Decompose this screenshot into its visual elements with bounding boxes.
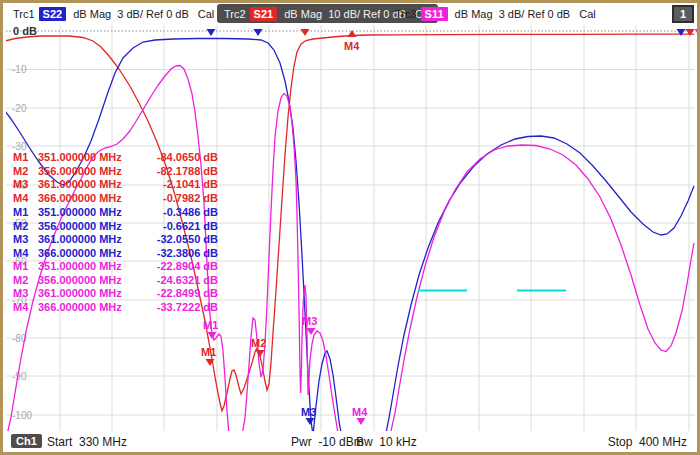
marker-readout-cell: 361.000000 MHz [38, 233, 150, 247]
marker-readout-row: M2356.000000 MHz-24.6321 dB [13, 274, 218, 288]
marker-readout-cell: 351.000000 MHz [38, 206, 150, 220]
marker-readout-cell: M1 [13, 260, 38, 274]
marker-readout-cell: -22.8904 dB [150, 260, 218, 274]
marker-label-m2[interactable]: M2 [251, 337, 266, 349]
marker-readout-row: M1351.000000 MHz-22.8904 dB [13, 260, 218, 274]
marker-label-m1[interactable]: M1 [203, 319, 218, 331]
marker-readout-cell: M1 [13, 151, 38, 165]
y-axis-tick-label: -30 [12, 141, 27, 152]
marker-readout-cell: M4 [13, 247, 38, 261]
marker-readout-cell: -33.7222 dB [150, 301, 218, 315]
marker-readout-cell: M2 [13, 165, 38, 179]
marker-readout-row: M4366.000000 MHz-33.7222 dB [13, 301, 218, 315]
marker-readout-row: M1351.000000 MHz-0.3486 dB [13, 206, 218, 220]
marker-label-m3[interactable]: M3 [301, 406, 316, 418]
marker-readout-cell: 361.000000 MHz [38, 178, 150, 192]
marker-readout-cell: 366.000000 MHz [38, 301, 150, 315]
marker-readout-cell: M3 [13, 287, 38, 301]
marker-readout-cell: M2 [13, 274, 38, 288]
y-axis-tick-label: -10 [12, 64, 27, 75]
vna-screen: Trc1S22 dB Mag 3 dB/ Ref 0 dBCal Trc2S21… [0, 0, 700, 455]
marker-triangle-m2[interactable] [256, 350, 265, 357]
marker-readout-cell: 366.000000 MHz [38, 247, 150, 261]
marker-triangle[interactable] [695, 29, 700, 36]
marker-readout-s22: M1351.000000 MHz-0.3486 dBM2356.000000 M… [13, 206, 218, 260]
y-axis-tick-label: -100 [12, 410, 32, 421]
marker-triangle[interactable] [677, 29, 686, 36]
marker-readout-row: M3361.000000 MHz-2.1041 dB [13, 178, 218, 192]
marker-readout-cell: 356.000000 MHz [38, 165, 150, 179]
marker-readout-row: M2356.000000 MHz-0.6621 dB [13, 220, 218, 234]
marker-readout-s21: M1351.000000 MHz-84.0650 dBM2356.000000 … [13, 151, 218, 205]
marker-readout-cell: -22.8499 dB [150, 287, 218, 301]
stop-frequency[interactable]: Stop 400 MHz [608, 435, 687, 449]
marker-readout-cell: 351.000000 MHz [38, 260, 150, 274]
marker-triangle-m4[interactable] [357, 418, 366, 425]
marker-readout-cell: -84.0650 dB [150, 151, 218, 165]
power-level[interactable]: Pwr -10 dBm [291, 435, 364, 449]
marker-readout-cell: -24.6321 dB [150, 274, 218, 288]
marker-readout-cell: M3 [13, 178, 38, 192]
marker-readout-cell: -32.3806 dB [150, 247, 218, 261]
marker-readout-row: M3361.000000 MHz-32.0550 dB [13, 233, 218, 247]
y-axis-tick-label: -90 [12, 371, 27, 382]
marker-readout-cell: -0.7982 dB [150, 192, 218, 206]
marker-label-m1[interactable]: M1 [201, 346, 216, 358]
marker-readout-cell: 366.000000 MHz [38, 192, 150, 206]
marker-readout-cell: -0.6621 dB [150, 220, 218, 234]
marker-readout-cell: -0.3486 dB [150, 206, 218, 220]
channel-badge[interactable]: Ch1 [11, 434, 42, 448]
marker-readout-row: M4366.000000 MHz-0.7982 dB [13, 192, 218, 206]
marker-triangle[interactable] [207, 29, 216, 36]
marker-triangle-m4[interactable] [348, 30, 357, 37]
marker-readout-cell: M4 [13, 192, 38, 206]
marker-triangle[interactable] [301, 29, 310, 36]
marker-readout-cell: M3 [13, 233, 38, 247]
marker-readout-cell: M4 [13, 301, 38, 315]
marker-readout-row: M3361.000000 MHz-22.8499 dB [13, 287, 218, 301]
channel-status-bar: Ch1 Start 330 MHz Pwr -10 dBm Bw 10 kHz … [3, 431, 697, 453]
marker-readout-cell: -2.1041 dB [150, 178, 218, 192]
marker-triangle-m3[interactable] [306, 418, 315, 425]
marker-label-m4[interactable]: M4 [344, 40, 360, 52]
marker-readout-cell: M2 [13, 220, 38, 234]
marker-layer: M4M1M1M2M3M3M4 [201, 29, 700, 425]
marker-readout-row: M1351.000000 MHz-84.0650 dB [13, 151, 218, 165]
y-axis-tick-label: -20 [12, 103, 27, 114]
marker-readout-row: M2356.000000 MHz-82.1788 dB [13, 165, 218, 179]
marker-readout-s11: M1351.000000 MHz-22.8904 dBM2356.000000 … [13, 260, 218, 314]
marker-readout-cell: -32.0550 dB [150, 233, 218, 247]
marker-readout-cell: 356.000000 MHz [38, 274, 150, 288]
marker-triangle[interactable] [686, 29, 695, 36]
marker-readout-cell: 351.000000 MHz [38, 151, 150, 165]
marker-label-m3[interactable]: M3 [302, 315, 317, 327]
start-frequency[interactable]: Start 330 MHz [47, 435, 127, 449]
marker-triangle[interactable] [254, 29, 263, 36]
reference-level-label: 0 dB [13, 25, 37, 37]
marker-readout-cell: 356.000000 MHz [38, 220, 150, 234]
marker-readout-row: M4366.000000 MHz-32.3806 dB [13, 247, 218, 261]
marker-label-m4[interactable]: M4 [352, 406, 368, 418]
if-bandwidth[interactable]: Bw 10 kHz [356, 435, 417, 449]
marker-readout-cell: 361.000000 MHz [38, 287, 150, 301]
marker-readout-cell: -82.1788 dB [150, 165, 218, 179]
marker-readout-cell: M1 [13, 206, 38, 220]
